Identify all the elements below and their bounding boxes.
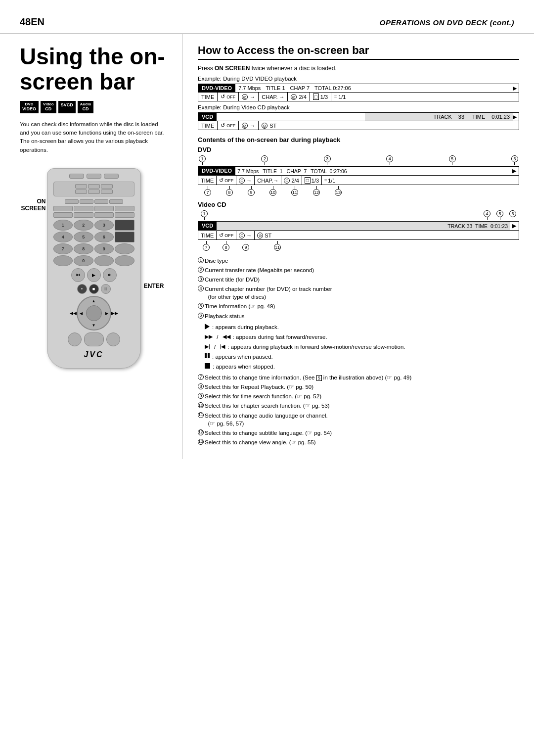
vcd-bar-top-row: VCD TRACK 33 TIME 0:01:23 ▶ [198,113,519,121]
dvd-top-nums: 1 2 3 4 5 [198,155,519,165]
vcd-cell-time: TIME [198,121,218,130]
bar-top-row-1: DVD-VIDEO 7.7 Mbps TITLE 1 CHAP 7 TOTAL … [198,84,519,92]
num-btn-1: 1 [53,220,73,231]
item-4: 4 Current chapter number (for DVD) or tr… [198,285,519,301]
num-12: 12 [198,429,204,435]
wheel-outer: ▲ ◀ ▶ ▼ [77,296,111,331]
title-label-1: TITLE 1 [266,85,285,91]
dvd-bc-repeat: ↺OFF [217,176,236,185]
nav-wheel: ◀◀ ▲ ◀ ▶ ▼ ▶▶ [53,296,134,331]
nav-btn-7 [94,212,114,218]
vcd-bnum-11: 11 [274,244,281,251]
vcd-bnum-7: 7 [203,244,210,251]
vcd-disc-type: VCD [198,113,217,121]
vcd-top-nums: 1 4 5 6 [198,210,519,220]
nav-btn-5 [53,212,73,218]
vcd-track-num: 33 [458,114,464,120]
vcd-bc-time: TIME [198,231,217,239]
playback-buttons-2: • ■ ⏸ [53,284,134,294]
next-chapter-icon: ▶▶ [111,311,118,316]
play-btn: ▶ [87,268,101,282]
num-btn-5: 5 [74,232,93,242]
slow-fwd-icon: ▶| [205,343,210,350]
num-item-7: 7 Select this to change time information… [198,374,519,381]
num-btn-extra4 [53,255,73,266]
screen-btn-5 [88,189,100,194]
vcd-bc-circle: ⊙→ [236,231,255,239]
item-3: 3 Current title (for DVD) [198,276,519,284]
slow-rev-icon: |◀ [220,343,225,350]
dvd-bnum-12: 12 [313,189,320,196]
intro-text: You can check disc information while the… [20,120,168,154]
dvd-bottom-nums: 7 8 9 10 11 [198,186,519,196]
play-icon-bullet: : appears during playback. [205,323,519,331]
left-column: Using the on-screen bar DVDVIDEO VideoCD… [0,34,183,459]
num-btn-7: 7 [53,243,73,254]
bar-cell-repeat-1: ↺OFF [218,93,239,101]
bitrate-1: 7.7 Mbps [238,85,261,91]
jvc-logo: JVC [53,350,134,359]
rew-icon: ◀◀ [222,333,230,340]
chapter-title: Using the on-screen bar [20,44,168,94]
num-btn-3: 3 [94,220,114,231]
nav-btn-8 [115,212,134,218]
dvd-bar-mid: 7.7 Mbps TITLE 1 CHAP 7 TOTAL 0:27:06 [235,167,510,175]
num-btn-4: 4 [53,232,73,242]
vcd-bottom-nums: 7 8 9 11 [198,241,519,251]
wheel-enter [86,305,102,321]
dvd-title: TITLE 1 [263,168,282,174]
dvd-total: TOTAL 0:27:06 [311,168,347,174]
vcd-num-4: 4 [484,210,490,217]
play-icon-text: : appears during playback. [212,323,279,331]
title-num-1: 1 [282,85,285,91]
vcd-track-info: TRACK 33 TIME 0:01:23 [365,113,513,121]
num-btn-extra6 [115,255,134,266]
num-btn-9: 9 [94,243,114,254]
vcd-cell-st: ⊙ST [259,121,279,130]
num-btn-0: 0 [74,255,93,266]
vcd-bar-bottom: TIME ↺OFF ⊙→ ⊙ST [198,231,519,240]
on-screen-bold: ON SCREEN [215,65,250,72]
num-10: 10 [198,402,204,408]
num-btn-8: 8 [74,243,93,254]
vcd-bc-st: ⊙ST [255,231,274,239]
remote-screen-area [53,182,134,196]
vcd-track-diag: TRACK 33 TIME 0:01:23 [447,223,508,229]
dvd-bnum-8: 8 [226,189,233,196]
vcd-bar-bottom-row: TIME ↺OFF ⊙→ ⊙ST [198,121,519,130]
num-btn-extra3 [115,243,134,254]
total-time-1: 0:27:06 [333,85,351,91]
example1-label: Example: During DVD VIDEO playback [198,76,519,82]
nav-btn-6 [74,212,93,218]
dvd-bc-sub: ⊙2/4 [281,176,302,185]
remote-top-buttons [53,174,134,179]
dvd-bc-chap: CHAP.→ [255,176,281,185]
ff-icon-text: : appears during fast forward/reverse. [233,333,327,341]
num-item-12: 12 Select this to change subtitle langua… [198,429,519,437]
bar-cell-angle-1: ⌗1/1 [331,93,349,101]
dvd-bc-circle: ⊙→ [236,176,255,185]
vcd-diagram: Video CD 1 4 5 6 [198,201,519,251]
remote-btn-3 [104,174,119,179]
bar-cell-time-1: TIME [198,93,218,101]
playback-icon-list: : appears during playback. ▶▶ / ◀◀ : app… [198,323,519,371]
page-num-suffix: EN [31,16,44,27]
dvd-bnum-10: 10 [269,189,276,196]
remote-btn-1 [69,174,84,179]
playback-buttons: ⏮ ▶ ⏭ [53,268,134,282]
vcd-bar-play: ▶ [510,222,519,230]
stop-icon [205,363,210,369]
item-1: 1 Disc type [198,257,519,265]
page-num-text: 48 [20,16,31,27]
item-list: 1 Disc type 2 Current transfer rate (Meg… [198,257,519,320]
num-item-8: 8 Select this for Repeat Playback. (☞ pg… [198,383,519,391]
rew-btn: ⏮ [71,268,85,282]
dvd-bc-sub2: □1/3 [302,176,322,185]
dvd-bc-angle: ⌗1/1 [322,176,338,185]
dvd-bitrate: 7.7 Mbps [237,168,259,174]
pause-icon [205,353,210,358]
vcd-bar-info [217,113,364,121]
num-9: 9 [198,393,204,399]
vcd-bnum-9: 9 [242,244,249,251]
num-btn-extra5 [94,255,114,266]
